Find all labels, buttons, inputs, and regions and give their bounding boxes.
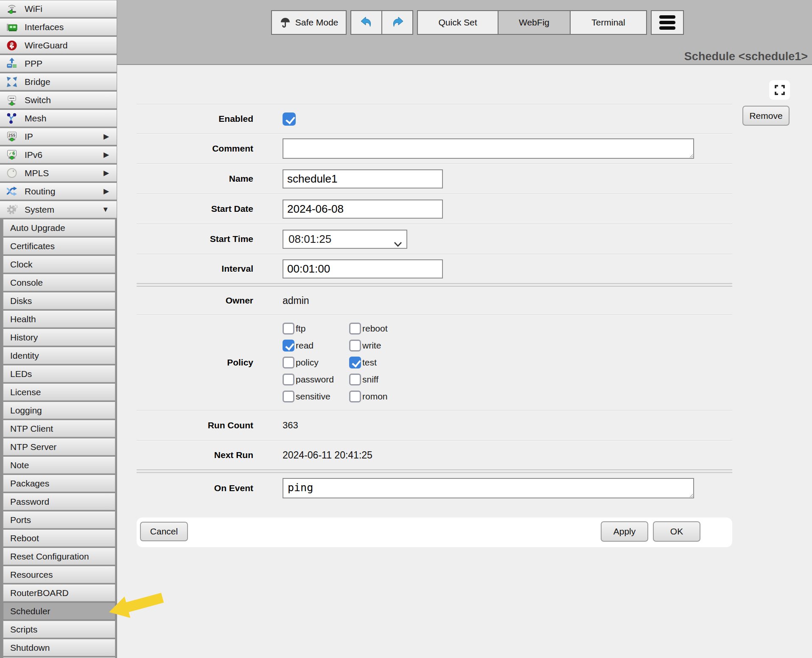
sidebar-subitem-auto-upgrade[interactable]: Auto Upgrade [3, 219, 115, 236]
cancel-button[interactable]: Cancel [140, 522, 188, 541]
sidebar-subitem-shutdown[interactable]: Shutdown [3, 639, 115, 656]
sidebar: WiFi Interfaces WireGuard [0, 0, 117, 658]
policy-checkbox-ftp[interactable] [283, 323, 294, 335]
wireguard-icon [5, 39, 19, 52]
redo-icon [391, 16, 404, 29]
sidebar-subitem-leds[interactable]: LEDs [3, 365, 115, 382]
policy-checkbox-test[interactable] [349, 357, 361, 368]
sidebar-subitem-routerboard[interactable]: RouterBOARD [3, 584, 115, 602]
policy-checkbox-label: read [296, 340, 314, 351]
policy-checkbox-label: sensitive [296, 391, 330, 402]
start-date-input[interactable] [283, 200, 443, 219]
start-time-select[interactable]: 08:01:25 [283, 230, 407, 249]
sidebar-subitem-identity[interactable]: Identity [3, 347, 115, 364]
sidebar-subitem-label: Note [10, 460, 29, 470]
apply-button[interactable]: Apply [601, 521, 648, 542]
sidebar-subitem-health[interactable]: Health [3, 310, 115, 328]
policy-checkbox-sniff[interactable] [349, 374, 361, 385]
policy-checkbox-policy[interactable] [283, 357, 294, 368]
sidebar-subitem-label: History [10, 332, 38, 343]
sidebar-item-wireguard[interactable]: WireGuard [0, 37, 117, 54]
safe-mode-button[interactable]: Safe Mode [271, 10, 347, 35]
routing-icon [5, 185, 19, 198]
sidebar-subitem-resources[interactable]: Resources [3, 566, 115, 583]
on-event-input[interactable]: ping [283, 478, 694, 498]
sidebar-subitem-logging[interactable]: Logging [3, 402, 115, 419]
webfig-tab[interactable]: WebFig [498, 10, 571, 35]
sidebar-subitem-license[interactable]: License [3, 383, 115, 401]
sidebar-item-label: Switch [25, 95, 51, 105]
policy-checkbox-read[interactable] [283, 340, 294, 351]
sidebar-item-mesh[interactable]: Mesh [0, 110, 117, 127]
interval-input[interactable] [283, 259, 443, 278]
interval-label: Interval [137, 264, 253, 274]
remove-button[interactable]: Remove [742, 106, 790, 126]
schedule-form: Enabled Comment Name Start Date [137, 104, 732, 503]
sidebar-item-switch[interactable]: Switch [0, 91, 117, 109]
section-divider [137, 470, 732, 473]
sidebar-subitem-packages[interactable]: Packages [3, 475, 115, 492]
owner-value: admin [283, 295, 309, 307]
sidebar-subitem-note[interactable]: Note [3, 456, 115, 474]
policy-checkbox-write[interactable] [349, 340, 361, 351]
sidebar-subitem-label: Auto Upgrade [10, 223, 65, 233]
sidebar-subitem-ntp-server[interactable]: NTP Server [3, 438, 115, 456]
sidebar-item-ipv6[interactable]: ✓6 IPv6 ▶ [0, 146, 117, 163]
system-icon [5, 203, 19, 217]
sidebar-item-wifi[interactable]: WiFi [0, 0, 117, 17]
sidebar-subitem-password[interactable]: Password [3, 493, 115, 510]
sidebar-item-system[interactable]: System ▼ [0, 201, 117, 218]
fullscreen-button[interactable] [769, 80, 790, 100]
policy-checkbox-romon[interactable] [349, 391, 361, 402]
sidebar-subitem-ports[interactable]: Ports [3, 511, 115, 529]
sidebar-subitem-ntp-client[interactable]: NTP Client [3, 420, 115, 437]
policy-checkbox-sensitive[interactable] [283, 391, 294, 402]
sidebar-subitem-history[interactable]: History [3, 329, 115, 346]
run-count-label: Run Count [137, 420, 253, 430]
sidebar-item-routing[interactable]: Routing ▶ [0, 183, 117, 200]
header-band: Safe Mode [117, 0, 812, 65]
undo-button[interactable] [350, 10, 382, 35]
sidebar-item-ip[interactable]: 255 IP ▶ [0, 128, 117, 145]
policy-checkbox-password[interactable] [283, 374, 294, 385]
terminal-tab[interactable]: Terminal [570, 10, 647, 35]
form-row-comment: Comment [137, 133, 732, 163]
policy-grid: ftprebootreadwritepolicytestpasswordsnif… [283, 323, 416, 402]
form-row-run-count: Run Count 363 [137, 410, 732, 440]
policy-option-ftp: ftp [283, 323, 349, 335]
sidebar-subitem-disks[interactable]: Disks [3, 292, 115, 309]
policy-checkbox-label: password [296, 374, 334, 385]
menu-button[interactable] [651, 10, 684, 35]
sidebar-item-ppp[interactable]: PPP [0, 55, 117, 72]
sidebar-subitem-scheduler[interactable]: Scheduler [3, 602, 115, 620]
policy-option-test: test [349, 357, 416, 368]
sidebar-item-interfaces[interactable]: Interfaces [0, 18, 117, 36]
sidebar-subitem-scripts[interactable]: Scripts [3, 621, 115, 638]
sidebar-subitem-label: Password [10, 497, 49, 507]
mpls-icon [5, 166, 19, 180]
enabled-label: Enabled [137, 114, 253, 124]
fullscreen-icon [773, 84, 786, 96]
policy-option-sniff: sniff [349, 374, 416, 385]
form-row-policy: Policy ftprebootreadwritepolicytestpassw… [137, 315, 732, 410]
sidebar-subitem-label: Shutdown [10, 643, 50, 653]
sidebar-item-bridge[interactable]: Bridge [0, 73, 117, 90]
policy-checkbox-reboot[interactable] [349, 323, 361, 335]
sidebar-subitem-label: Scheduler [10, 606, 50, 616]
sidebar-subitem-label: Console [10, 278, 43, 288]
sidebar-subitem-console[interactable]: Console [3, 274, 115, 291]
comment-input[interactable] [283, 138, 694, 159]
redo-button[interactable] [381, 10, 413, 35]
sidebar-subitem-reset-configuration[interactable]: Reset Configuration [3, 548, 115, 565]
quick-set-tab[interactable]: Quick Set [417, 10, 498, 35]
ok-button[interactable]: OK [653, 521, 700, 542]
policy-option-romon: romon [349, 391, 416, 402]
enabled-checkbox[interactable] [283, 112, 296, 126]
sidebar-subitem-clock[interactable]: Clock [3, 256, 115, 273]
sidebar-subitem-certificates[interactable]: Certificates [3, 237, 115, 255]
name-input[interactable] [283, 169, 443, 188]
policy-checkbox-label: sniff [362, 374, 378, 385]
policy-option-sensitive: sensitive [283, 391, 349, 402]
sidebar-subitem-reboot[interactable]: Reboot [3, 529, 115, 547]
sidebar-item-mpls[interactable]: MPLS ▶ [0, 164, 117, 182]
